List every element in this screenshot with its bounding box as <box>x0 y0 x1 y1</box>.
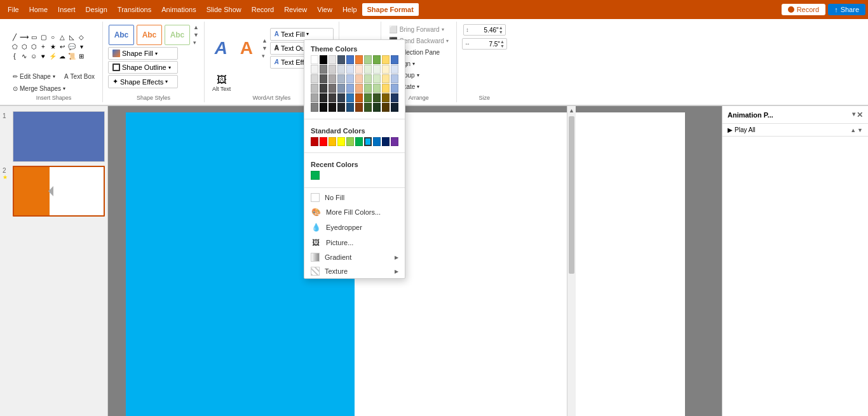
ts-1-7[interactable] <box>364 65 372 74</box>
tc-blue[interactable] <box>346 55 354 64</box>
merge-shapes-btn[interactable]: ⊙ Merge Shapes ▾ <box>10 84 97 93</box>
ts-5-6[interactable] <box>355 103 363 112</box>
tc-orange[interactable] <box>355 55 363 64</box>
no-fill-item[interactable]: No Fill <box>304 191 405 205</box>
ts-4-5[interactable] <box>346 93 354 102</box>
shape-icon-brace[interactable]: { <box>10 52 19 61</box>
shape-icon-expand[interactable]: ⊞ <box>77 52 86 61</box>
shape-swatch-2[interactable]: Abc <box>137 25 162 45</box>
shape-icon-more[interactable]: ▾ <box>77 43 86 51</box>
shape-icon-wave[interactable]: ∿ <box>20 52 29 61</box>
swatch-expand-arrow[interactable]: ▾ <box>193 39 199 46</box>
ts-3-2[interactable] <box>320 84 327 93</box>
gradient-item[interactable]: Gradient <box>304 250 405 264</box>
wordart-expand[interactable]: ▾ <box>262 53 268 59</box>
ts-1-6[interactable] <box>355 65 363 74</box>
share-button[interactable]: ↑ Share <box>828 4 865 15</box>
ts-4-6[interactable] <box>355 93 363 102</box>
shape-icon-rect[interactable]: ▭ <box>29 33 38 42</box>
shape-icon-oval[interactable]: ○ <box>48 33 57 42</box>
shape-icon-star[interactable]: ★ <box>48 43 57 51</box>
tc-lightgray[interactable] <box>329 55 336 64</box>
text-box-btn[interactable]: A Text Box <box>62 72 97 81</box>
anim-pane-close-btn[interactable]: ✕ <box>857 111 863 119</box>
shape-icon-scroll[interactable]: 📜 <box>67 52 76 61</box>
sc-darkblue[interactable] <box>382 137 390 146</box>
ts-5-8[interactable] <box>373 103 381 112</box>
swatch-down-arrow[interactable]: ▼ <box>193 32 199 38</box>
shape-icon-pentagon[interactable]: ⬠ <box>10 43 19 51</box>
ts-4-2[interactable] <box>320 93 327 102</box>
menu-file[interactable]: File <box>3 3 24 16</box>
ts-4-3[interactable] <box>329 93 336 102</box>
ts-5-1[interactable] <box>311 103 318 112</box>
scroll-up-btn[interactable]: ▲ <box>567 106 576 115</box>
tc-blue2[interactable] <box>391 55 398 64</box>
sc-yellow[interactable] <box>337 137 345 146</box>
ts-2-2[interactable] <box>320 74 327 83</box>
ts-3-1[interactable] <box>311 84 318 93</box>
shape-icon-heart[interactable]: ♥ <box>39 52 48 61</box>
ts-4-7[interactable] <box>364 93 372 102</box>
tc-black[interactable] <box>320 55 327 64</box>
ts-5-4[interactable] <box>337 103 345 112</box>
sc-purple[interactable] <box>391 137 398 146</box>
ts-4-9[interactable] <box>382 93 390 102</box>
sc-green[interactable] <box>355 137 363 146</box>
shape-icon-bent-arrow[interactable]: ↩ <box>58 43 67 51</box>
shape-outline-btn[interactable]: Shape Outline ▾ <box>108 61 178 74</box>
shape-icon-rounded-rect[interactable]: ▢ <box>39 33 48 42</box>
sc-orange[interactable] <box>329 137 336 146</box>
ts-1-10[interactable] <box>391 65 398 74</box>
shape-icon-line[interactable]: ╱ <box>10 33 19 42</box>
menu-shape-format[interactable]: Shape Format <box>362 3 419 16</box>
ts-5-5[interactable] <box>346 103 354 112</box>
slide-img-2[interactable] <box>13 166 105 217</box>
sc-red[interactable] <box>320 137 327 146</box>
shape-icon-hexagon[interactable]: ⬡ <box>20 43 29 51</box>
tc-white[interactable] <box>311 55 318 64</box>
menu-home[interactable]: Home <box>24 3 53 16</box>
menu-slideshow[interactable]: Slide Show <box>201 3 247 16</box>
wordart-down[interactable]: ▼ <box>262 45 268 51</box>
slide-img-1[interactable] <box>13 111 105 162</box>
ts-2-1[interactable] <box>311 74 318 83</box>
ts-1-2[interactable] <box>320 65 327 74</box>
tc-lightgreen[interactable] <box>364 55 372 64</box>
ts-3-10[interactable] <box>391 84 398 93</box>
shape-fill-btn[interactable]: Shape Fill ▾ <box>108 47 178 60</box>
ts-3-4[interactable] <box>337 84 345 93</box>
ts-1-1[interactable] <box>311 65 318 74</box>
shape-icon-plus[interactable]: + <box>39 43 48 51</box>
eyedropper-item[interactable]: 💧 Eyedropper <box>304 220 405 235</box>
sc-blue[interactable] <box>373 137 381 146</box>
sc-lightgreen[interactable] <box>346 137 354 146</box>
ts-5-7[interactable] <box>364 103 372 112</box>
ts-4-10[interactable] <box>391 93 398 102</box>
ts-2-5[interactable] <box>346 74 354 83</box>
tc-darkblue[interactable] <box>337 55 345 64</box>
width-up-arrow[interactable]: ▲ <box>500 39 505 44</box>
texture-item[interactable]: Texture <box>304 264 405 278</box>
scroll-thumb[interactable] <box>569 116 574 274</box>
ts-3-6[interactable] <box>355 84 363 93</box>
ts-4-1[interactable] <box>311 93 318 102</box>
play-all-btn[interactable]: ▶ Play All <box>728 126 756 133</box>
ts-5-2[interactable] <box>320 103 327 112</box>
picture-item[interactable]: 🖼 Picture... <box>304 235 405 250</box>
menu-transitions[interactable]: Transitions <box>112 3 156 16</box>
shape-icon-arrow[interactable]: ⟶ <box>20 33 29 42</box>
shape-icon-heptagon[interactable]: ⬡ <box>29 43 38 51</box>
shape-icon-diamond[interactable]: ◇ <box>77 33 86 42</box>
shape-icon-triangle[interactable]: △ <box>58 33 67 42</box>
bring-forward-btn[interactable]: ⬜ Bring Forward ▾ <box>386 24 447 35</box>
anim-pane-expand-btn[interactable]: ▾ <box>852 111 855 119</box>
ts-2-4[interactable] <box>337 74 345 83</box>
width-down-arrow[interactable]: ▼ <box>500 44 505 48</box>
shape-swatch-1[interactable]: Abc <box>109 25 134 45</box>
ts-1-5[interactable] <box>346 65 354 74</box>
ts-5-10[interactable] <box>391 103 398 112</box>
ts-4-8[interactable] <box>373 93 381 102</box>
text-fill-btn[interactable]: A Text Fill ▾ <box>270 28 334 41</box>
ts-3-5[interactable] <box>346 84 354 93</box>
